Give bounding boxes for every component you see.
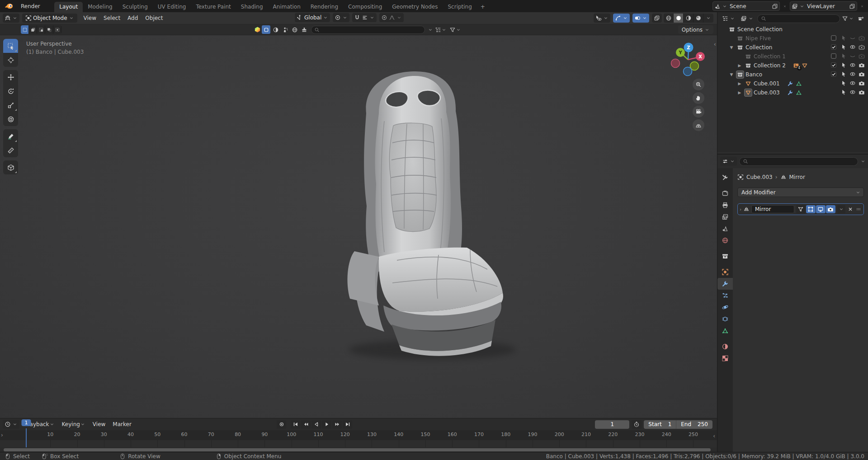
3d-viewport[interactable]: User Perspective (1) Banco | Cube.003	[0, 35, 717, 418]
jump-first-button[interactable]	[291, 420, 300, 429]
play-rev-button[interactable]	[311, 420, 321, 429]
mode-selector[interactable]: Object Mode	[22, 14, 77, 23]
tool-move-button[interactable]	[3, 70, 18, 84]
viewport-menu-select[interactable]: Select	[100, 15, 124, 21]
next-key-button[interactable]	[332, 420, 342, 429]
properties-tab-constraints[interactable]	[717, 313, 733, 325]
unlink-scene-icon[interactable]	[782, 3, 788, 9]
selectable-toggle[interactable]	[840, 53, 847, 61]
tool-scale-button[interactable]	[3, 98, 18, 112]
timeline-scroll-bar[interactable]	[4, 448, 711, 451]
outliner-row-banco[interactable]: ▼Banco	[717, 70, 868, 79]
hide-toggle[interactable]	[849, 35, 856, 42]
object-visibility-dropdown[interactable]	[594, 14, 610, 23]
outliner-row-cube-003[interactable]: ▶Cube.003	[717, 88, 868, 97]
selectable-toggle[interactable]	[840, 80, 847, 88]
tool-add-cube-button[interactable]	[3, 160, 18, 174]
properties-tab-view-layer[interactable]	[717, 211, 733, 223]
scene-selector[interactable]: Scene	[712, 1, 780, 11]
workspace-tab-compositing[interactable]: Compositing	[343, 2, 387, 12]
gizmos-toggle[interactable]	[613, 14, 630, 23]
shading-solid-button[interactable]	[674, 14, 684, 23]
rec-button[interactable]	[277, 420, 286, 429]
properties-tab-texture[interactable]	[717, 352, 733, 364]
globe-button[interactable]	[290, 25, 299, 34]
select-mode-subtract[interactable]	[37, 25, 45, 34]
half-sphere-button[interactable]	[271, 25, 280, 34]
timeline-ruler[interactable]: 1020304050607080901001101201301401501601…	[0, 430, 717, 440]
new-viewlayer-icon[interactable]	[849, 3, 855, 9]
xray-toggle[interactable]	[652, 14, 662, 23]
snap-controls[interactable]	[352, 13, 377, 22]
outliner-search-input[interactable]	[757, 14, 840, 23]
outliner-filter-button[interactable]	[842, 15, 854, 22]
modifier-name-field[interactable]: Mirror	[751, 205, 794, 213]
remove-viewlayer-icon[interactable]	[859, 3, 865, 9]
modifier-render-toggle[interactable]	[826, 205, 835, 213]
properties-tab-output[interactable]	[717, 199, 733, 211]
camera-view-button[interactable]	[693, 106, 704, 117]
properties-tab-world[interactable]	[717, 235, 733, 246]
outliner-display-mode[interactable]	[739, 14, 755, 23]
tool-annotate-button[interactable]	[3, 129, 18, 143]
pivot-point-selector[interactable]	[333, 13, 349, 22]
timeline-menu-view[interactable]: View	[89, 421, 109, 427]
properties-tab-render[interactable]	[717, 188, 733, 199]
topbar-menu-render[interactable]: Render	[17, 1, 46, 11]
chevron-down-icon[interactable]	[860, 159, 866, 164]
filter-dropdown[interactable]	[448, 25, 462, 34]
timeline-left-arrow[interactable]: ›	[1, 432, 3, 438]
select-mode-intersect[interactable]	[53, 25, 61, 34]
selectable-toggle[interactable]	[840, 71, 847, 79]
select-mode-invert[interactable]	[45, 25, 53, 34]
hide-toggle[interactable]	[849, 53, 856, 61]
zoom-button[interactable]	[693, 79, 704, 90]
outliner-row-collection-2[interactable]: ▶Collection 24	[717, 61, 868, 70]
scene-name[interactable]: Scene	[729, 3, 770, 9]
modifier-extras-dropdown[interactable]	[837, 205, 845, 213]
select-mode-extend[interactable]	[29, 25, 37, 34]
modifier-on-cage-toggle[interactable]	[796, 205, 806, 213]
stamp-button[interactable]	[300, 25, 308, 34]
exclude-checkbox[interactable]	[830, 53, 837, 61]
new-scene-icon[interactable]	[772, 3, 778, 9]
delete-modifier-icon[interactable]	[847, 206, 854, 212]
workspace-tab-shading[interactable]: Shading	[236, 2, 268, 12]
viewlayer-selector[interactable]: ViewLayer	[790, 1, 857, 11]
hide-toggle[interactable]	[849, 62, 856, 70]
proportional-editing-controls[interactable]	[379, 13, 404, 22]
shading-wireframe-button[interactable]	[664, 14, 674, 23]
exclude-checkbox[interactable]	[830, 35, 837, 42]
blender-logo-icon[interactable]	[5, 3, 13, 9]
transform-orientation-selector[interactable]: Global	[295, 13, 330, 22]
add-workspace-button[interactable]: +	[477, 2, 489, 12]
jump-last-button[interactable]	[343, 420, 352, 429]
colored-cube-icon[interactable]	[254, 26, 261, 33]
chevron-down-icon[interactable]	[428, 27, 433, 33]
breadcrumb-modifier[interactable]: Mirror	[789, 174, 805, 180]
expander-icon[interactable]: ▼	[728, 45, 735, 50]
timeline-menu-marker[interactable]: Marker	[109, 421, 135, 427]
properties-tab-particles[interactable]	[717, 290, 733, 301]
selectable-toggle[interactable]	[840, 62, 847, 70]
overlays-toggle[interactable]	[632, 14, 649, 23]
outliner-row-scene-collection[interactable]: Scene Collection	[717, 25, 868, 34]
selectable-toggle[interactable]	[840, 89, 847, 97]
properties-tab-object-data[interactable]	[717, 325, 733, 337]
breadcrumb-object[interactable]: Cube.003	[746, 174, 773, 180]
selectable-toggle[interactable]	[840, 44, 847, 52]
render-visibility-toggle[interactable]	[859, 89, 865, 97]
playhead[interactable]: 1	[22, 419, 31, 426]
tool-cursor-button[interactable]	[3, 53, 18, 67]
shading-dropdown[interactable]	[703, 14, 713, 23]
viewport-menu-add[interactable]: Add	[124, 15, 142, 21]
outliner-row-collection[interactable]: ▼Collection	[717, 43, 868, 52]
expander-icon[interactable]: ▼	[728, 72, 735, 77]
tool-rotate-button[interactable]	[3, 84, 18, 98]
tool-transform-button[interactable]	[3, 112, 18, 126]
options-button[interactable]: Options	[678, 25, 713, 34]
outliner-row-collection-1[interactable]: Collection 1	[717, 52, 868, 61]
current-frame-field[interactable]: 1	[595, 420, 629, 429]
add-modifier-button[interactable]: Add Modifier	[737, 188, 864, 197]
workspace-tab-layout[interactable]: Layout	[54, 2, 83, 12]
